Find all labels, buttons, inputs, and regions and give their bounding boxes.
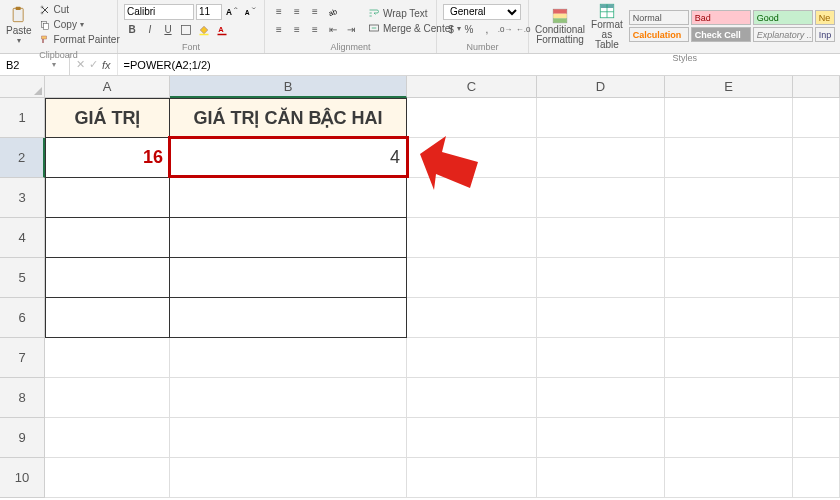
cell-D3[interactable]	[537, 178, 665, 218]
format-painter-button[interactable]: Format Painter	[36, 32, 123, 47]
select-all-corner[interactable]	[0, 76, 45, 98]
copy-button[interactable]: Copy▾	[36, 17, 123, 32]
col-header-C[interactable]: C	[407, 76, 537, 98]
style-check-cell[interactable]: Check Cell	[691, 27, 751, 42]
cell-A9[interactable]	[45, 418, 170, 458]
chevron-down-icon[interactable]: ▾	[52, 60, 56, 69]
cell-C8[interactable]	[407, 378, 537, 418]
cell-D4[interactable]	[537, 218, 665, 258]
align-center-button[interactable]: ≡	[289, 22, 305, 38]
col-header-F[interactable]	[793, 76, 840, 98]
style-normal[interactable]: Normal	[629, 10, 689, 25]
cell-C1[interactable]	[407, 98, 537, 138]
cell-F9[interactable]	[793, 418, 840, 458]
style-good[interactable]: Good	[753, 10, 813, 25]
cell-F1[interactable]	[793, 98, 840, 138]
row-header-7[interactable]: 7	[0, 338, 45, 378]
cell-C7[interactable]	[407, 338, 537, 378]
fill-color-button[interactable]	[196, 22, 212, 38]
row-header-10[interactable]: 10	[0, 458, 45, 498]
align-top-button[interactable]: ≡	[271, 4, 287, 20]
cell-F5[interactable]	[793, 258, 840, 298]
col-header-B[interactable]: B	[170, 76, 407, 98]
cell-F6[interactable]	[793, 298, 840, 338]
cell-C3[interactable]	[407, 178, 537, 218]
cell-A8[interactable]	[45, 378, 170, 418]
cell-B6[interactable]	[170, 298, 407, 338]
cell-E7[interactable]	[665, 338, 793, 378]
style-calculation[interactable]: Calculation	[629, 27, 689, 42]
cell-D10[interactable]	[537, 458, 665, 498]
row-header-8[interactable]: 8	[0, 378, 45, 418]
col-header-D[interactable]: D	[537, 76, 665, 98]
row-header-4[interactable]: 4	[0, 218, 45, 258]
cell-F3[interactable]	[793, 178, 840, 218]
align-middle-button[interactable]: ≡	[289, 4, 305, 20]
cut-button[interactable]: Cut	[36, 2, 123, 17]
style-neutral[interactable]: Ne	[815, 10, 835, 25]
col-header-A[interactable]: A	[45, 76, 170, 98]
cell-E3[interactable]	[665, 178, 793, 218]
font-name-combo[interactable]	[124, 4, 194, 20]
cell-D7[interactable]	[537, 338, 665, 378]
cell-D1[interactable]	[537, 98, 665, 138]
number-format-combo[interactable]: General	[443, 4, 521, 20]
cell-F7[interactable]	[793, 338, 840, 378]
row-header-5[interactable]: 5	[0, 258, 45, 298]
row-header-9[interactable]: 9	[0, 418, 45, 458]
cell-A1[interactable]: GIÁ TRỊ	[45, 98, 170, 138]
increase-indent-button[interactable]: ⇥	[343, 22, 359, 38]
cell-E10[interactable]	[665, 458, 793, 498]
cell-B4[interactable]	[170, 218, 407, 258]
cell-F2[interactable]	[793, 138, 840, 178]
align-bottom-button[interactable]: ≡	[307, 4, 323, 20]
decrease-font-button[interactable]: A	[242, 4, 258, 20]
row-header-6[interactable]: 6	[0, 298, 45, 338]
cell-C4[interactable]	[407, 218, 537, 258]
bold-button[interactable]: B	[124, 22, 140, 38]
cell-E9[interactable]	[665, 418, 793, 458]
col-header-E[interactable]: E	[665, 76, 793, 98]
paste-button[interactable]: Paste ▾	[6, 5, 32, 45]
conditional-formatting-button[interactable]: Conditional Formatting	[535, 7, 585, 45]
cell-B3[interactable]	[170, 178, 407, 218]
italic-button[interactable]: I	[142, 22, 158, 38]
cell-D2[interactable]	[537, 138, 665, 178]
cell-B2[interactable]: 4	[170, 138, 407, 178]
underline-button[interactable]: U	[160, 22, 176, 38]
cell-F8[interactable]	[793, 378, 840, 418]
orientation-button[interactable]: ab	[325, 4, 341, 20]
cell-B7[interactable]	[170, 338, 407, 378]
cell-C6[interactable]	[407, 298, 537, 338]
cell-A3[interactable]	[45, 178, 170, 218]
format-as-table-button[interactable]: Format as Table	[591, 2, 623, 50]
cell-B10[interactable]	[170, 458, 407, 498]
cell-A10[interactable]	[45, 458, 170, 498]
cell-A2[interactable]: 16	[45, 138, 170, 178]
style-bad[interactable]: Bad	[691, 10, 751, 25]
cell-D5[interactable]	[537, 258, 665, 298]
cell-A5[interactable]	[45, 258, 170, 298]
align-right-button[interactable]: ≡	[307, 22, 323, 38]
font-color-button[interactable]: A	[214, 22, 230, 38]
cell-E1[interactable]	[665, 98, 793, 138]
increase-decimal-button[interactable]: .0→	[497, 22, 513, 38]
row-header-2[interactable]: 2	[0, 138, 45, 178]
row-header-1[interactable]: 1	[0, 98, 45, 138]
decrease-indent-button[interactable]: ⇤	[325, 22, 341, 38]
cell-E2[interactable]	[665, 138, 793, 178]
cell-E5[interactable]	[665, 258, 793, 298]
border-button[interactable]	[178, 22, 194, 38]
comma-button[interactable]: ,	[479, 22, 495, 38]
cell-D9[interactable]	[537, 418, 665, 458]
accounting-button[interactable]: $	[443, 22, 459, 38]
row-header-3[interactable]: 3	[0, 178, 45, 218]
cell-B9[interactable]	[170, 418, 407, 458]
cell-F10[interactable]	[793, 458, 840, 498]
style-input[interactable]: Inp	[815, 27, 835, 42]
cell-A4[interactable]	[45, 218, 170, 258]
percent-button[interactable]: %	[461, 22, 477, 38]
cell-D6[interactable]	[537, 298, 665, 338]
font-size-combo[interactable]	[196, 4, 222, 20]
cell-C9[interactable]	[407, 418, 537, 458]
